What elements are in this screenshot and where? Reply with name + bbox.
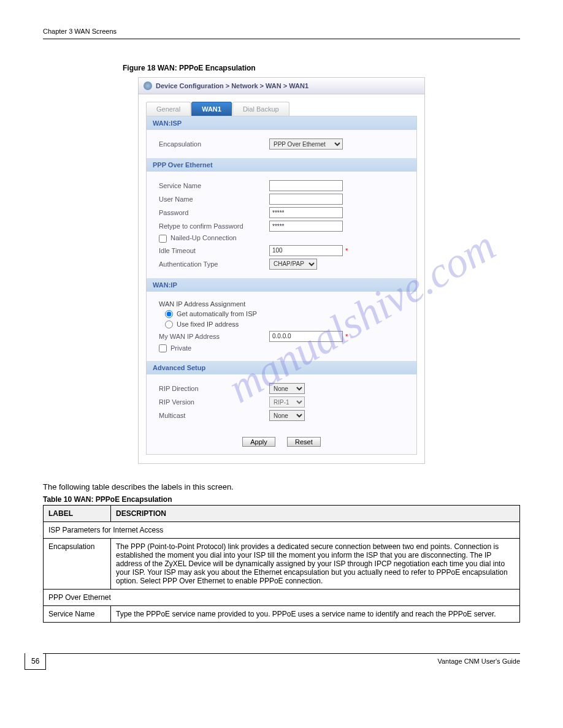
required-idle: *	[345, 247, 348, 254]
select-rip-dir[interactable]: None	[269, 383, 305, 394]
description-text: The following table describes the labels…	[43, 482, 520, 491]
section-wan-ip: WAN:IP	[147, 278, 416, 292]
select-encapsulation[interactable]: PPP Over Ethernet	[269, 138, 343, 150]
description-table: LABEL DESCRIPTION ISP Parameters for Int…	[43, 505, 520, 623]
footer: 56 Vantage CNM User's Guide	[43, 653, 520, 678]
td-label: Service Name	[44, 606, 111, 623]
select-auth[interactable]: CHAP/PAP	[269, 259, 317, 270]
td-full: ISP Parameters for Internet Access	[44, 522, 520, 539]
td-label: Encapsulation	[44, 539, 111, 590]
label-encapsulation: Encapsulation	[159, 140, 269, 148]
label-auth: Authentication Type	[159, 260, 269, 268]
input-mywan[interactable]	[269, 331, 343, 342]
td-desc: Type the PPPoE service name provided to …	[111, 606, 520, 623]
header-divider	[43, 39, 520, 39]
label-private: Private	[159, 344, 269, 353]
label-nailed: Nailed-Up Connection	[159, 234, 269, 243]
page-number: 56	[25, 653, 46, 670]
table-row: PPP Over Ethernet	[44, 590, 520, 606]
tab-dialbackup[interactable]: Dial Backup	[232, 102, 289, 116]
label-fixed: Use fixed IP address	[177, 320, 239, 328]
label-user-name: User Name	[159, 195, 269, 203]
tab-wan1[interactable]: WAN1	[191, 102, 232, 116]
radio-auto[interactable]	[165, 310, 173, 318]
breadcrumb-text: Device Configuration > Network > WAN > W…	[156, 82, 308, 89]
label-multicast: Multicast	[159, 412, 269, 419]
footer-text: Vantage CNM User's Guide	[437, 658, 520, 665]
section-pppoe: PPP Over Ethernet	[147, 158, 416, 172]
figure-caption: Figure 18 WAN: PPPoE Encapsulation	[43, 64, 520, 72]
th-desc: DESCRIPTION	[111, 506, 520, 522]
input-retype[interactable]	[269, 221, 343, 232]
label-service-name: Service Name	[159, 182, 269, 189]
input-service-name[interactable]	[269, 180, 343, 191]
label-auto: Get automatically from ISP	[177, 310, 257, 317]
panel-body: WAN:ISP Encapsulation PPP Over Ethernet …	[146, 116, 417, 455]
section-wan-isp: WAN:ISP	[147, 116, 416, 130]
label-rip-dir: RIP Direction	[159, 385, 269, 392]
select-multicast[interactable]: None	[269, 410, 305, 421]
input-password[interactable]	[269, 207, 343, 218]
input-idle[interactable]	[269, 245, 343, 256]
apply-button[interactable]: Apply	[242, 437, 275, 447]
section-advanced: Advanced Setup	[147, 361, 416, 374]
td-desc: The PPP (Point-to-Point Protocol) link p…	[111, 539, 520, 590]
required-mywan: *	[345, 333, 348, 340]
tab-general[interactable]: General	[146, 102, 191, 116]
label-mywan: My WAN IP Address	[159, 333, 269, 340]
radio-fixed[interactable]	[165, 320, 173, 328]
table-row: Service Name Type the PPPoE service name…	[44, 606, 520, 623]
table-row: Encapsulation The PPP (Point-to-Point Pr…	[44, 539, 520, 590]
breadcrumb: Device Configuration > Network > WAN > W…	[139, 78, 424, 94]
reset-button[interactable]: Reset	[287, 437, 321, 447]
th-label: LABEL	[44, 506, 111, 522]
tabs: General WAN1 Dial Backup	[139, 94, 424, 116]
checkbox-nailed[interactable]	[159, 235, 167, 243]
table-row: LABEL DESCRIPTION	[44, 506, 520, 522]
label-retype: Retype to confirm Password	[159, 222, 269, 230]
label-assign: WAN IP Address Assignment	[159, 300, 245, 308]
table-row: ISP Parameters for Internet Access	[44, 522, 520, 539]
select-rip-ver[interactable]: RIP-1	[269, 396, 305, 408]
screenshot-panel: manualshive.com Device Configuration > N…	[138, 77, 425, 464]
header-left: Chapter 3 WAN Screens	[43, 28, 117, 35]
label-rip-ver: RIP Version	[159, 398, 269, 406]
globe-icon	[144, 82, 152, 90]
label-password: Password	[159, 209, 269, 216]
table-caption: Table 10 WAN: PPPoE Encapsulation	[43, 495, 520, 504]
input-user-name[interactable]	[269, 194, 343, 205]
td-full: PPP Over Ethernet	[44, 590, 520, 606]
checkbox-private[interactable]	[159, 344, 167, 352]
label-idle: Idle Timeout	[159, 247, 269, 254]
